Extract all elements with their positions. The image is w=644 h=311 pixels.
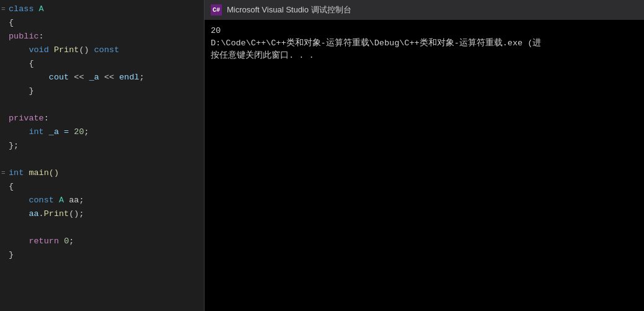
code-token: return — [29, 237, 64, 246]
console-path-line: D:\Code\C++\C++类和对象-运算符重载\Debug\C++类和对象-… — [211, 37, 638, 50]
code-line: { — [0, 180, 204, 194]
code-token: Print — [44, 209, 69, 219]
code-line: return 0; — [0, 235, 204, 248]
line-code-content: int _a = 20; — [5, 125, 204, 139]
code-token: Print — [54, 45, 79, 55]
collapse-marker[interactable]: = — [1, 2, 6, 16]
line-code-content: const A aa; — [5, 194, 204, 207]
code-line — [0, 221, 204, 235]
line-code-content: } — [5, 84, 204, 98]
code-token: const — [94, 45, 120, 55]
code-token: } — [29, 86, 33, 96]
code-token: } — [9, 250, 14, 259]
code-token: ; — [84, 127, 89, 137]
code-token: { — [9, 18, 14, 27]
line-code-content: class A — [5, 2, 204, 16]
code-token: : — [44, 114, 49, 123]
line-code-content: int main() — [5, 166, 204, 180]
code-line: } — [0, 84, 204, 98]
code-token: public — [9, 32, 39, 41]
line-code-content: private: — [5, 112, 204, 125]
code-token: () — [79, 45, 94, 55]
line-code-content: aa.Print(); — [5, 207, 204, 221]
vs-icon: C# — [211, 4, 222, 16]
code-token: (); — [69, 209, 84, 219]
code-line: aa.Print(); — [0, 207, 204, 221]
code-token: ; — [139, 73, 144, 82]
code-token: A — [59, 196, 64, 205]
code-line: { — [0, 57, 204, 71]
code-editor: =class A{public: void Print() const { co… — [0, 0, 205, 311]
code-token: { — [29, 59, 33, 68]
code-token: _a — [89, 73, 99, 82]
code-line: const A aa; — [0, 194, 204, 207]
code-line: cout << _a << endl; — [0, 71, 204, 84]
line-code-content: { — [5, 57, 204, 71]
code-line: } — [0, 248, 204, 262]
code-line — [0, 153, 204, 166]
code-token: ; — [69, 237, 74, 246]
code-line: }; — [0, 139, 204, 153]
code-token: . — [39, 209, 44, 219]
code-line: =int main() — [0, 166, 204, 180]
code-token — [9, 237, 29, 246]
code-token — [9, 73, 49, 82]
console-titlebar: C# Microsoft Visual Studio 调试控制台 — [205, 0, 644, 20]
code-token — [9, 196, 29, 205]
code-line: private: — [0, 112, 204, 125]
code-token: 20 — [74, 127, 84, 137]
code-token: A — [39, 4, 44, 14]
code-token — [9, 59, 29, 68]
line-code-content: public: — [5, 30, 204, 43]
code-token: aa — [29, 209, 38, 219]
line-code-content: { — [5, 16, 204, 30]
console-body: 20 D:\Code\C++\C++类和对象-运算符重载\Debug\C++类和… — [205, 20, 644, 311]
code-token — [9, 45, 29, 55]
code-line — [0, 98, 204, 112]
code-token — [9, 209, 29, 219]
line-code-content: void Print() const — [5, 43, 204, 57]
code-token: { — [9, 182, 14, 191]
code-token — [9, 86, 29, 96]
code-token: int — [9, 168, 24, 178]
line-code-content — [5, 98, 204, 112]
code-token: int — [29, 127, 43, 137]
code-token: aa; — [64, 196, 84, 205]
collapse-marker[interactable]: = — [1, 166, 6, 180]
line-code-content: return 0; — [5, 235, 204, 248]
code-token: << — [99, 73, 119, 82]
code-token: cout — [49, 73, 69, 82]
line-code-content — [5, 153, 204, 166]
code-content: =class A{public: void Print() const { co… — [0, 0, 204, 264]
code-token: _a = — [44, 127, 74, 137]
line-code-content: } — [5, 248, 204, 262]
code-token: endl — [119, 73, 139, 82]
console-title: Microsoft Visual Studio 调试控制台 — [227, 4, 351, 16]
code-token: }; — [9, 141, 19, 150]
code-token: : — [39, 32, 44, 41]
code-token: const — [29, 196, 59, 205]
code-line: =class A — [0, 2, 204, 16]
code-line: { — [0, 16, 204, 30]
console-window: C# Microsoft Visual Studio 调试控制台 20 D:\C… — [205, 0, 644, 311]
code-line: int _a = 20; — [0, 125, 204, 139]
line-code-content: cout << _a << endl; — [5, 71, 204, 84]
console-output-number: 20 — [211, 25, 638, 37]
code-token: class — [9, 4, 39, 14]
code-token: main() — [24, 168, 59, 178]
code-token: void — [29, 45, 54, 55]
line-code-content: }; — [5, 139, 204, 153]
code-token: << — [69, 73, 89, 82]
code-token — [9, 127, 29, 137]
code-line: public: — [0, 30, 204, 43]
console-prompt-line: 按任意键关闭此窗口. . . — [211, 50, 638, 62]
code-token: private — [9, 114, 44, 123]
line-code-content — [5, 221, 204, 235]
line-code-content: { — [5, 180, 204, 194]
code-line: void Print() const — [0, 43, 204, 57]
